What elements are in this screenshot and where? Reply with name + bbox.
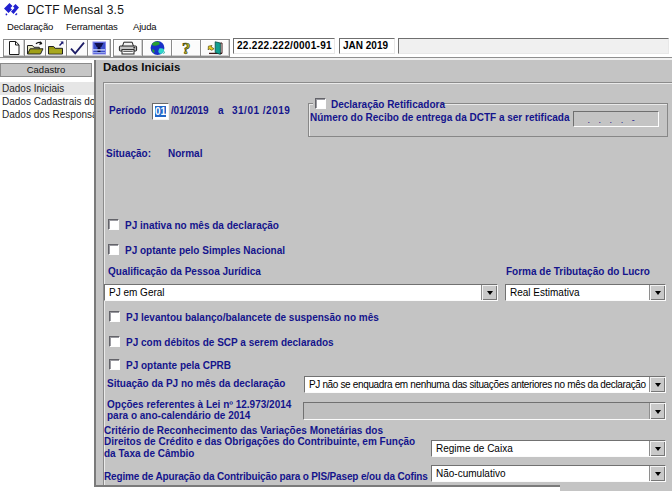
svg-text:?: ? xyxy=(182,40,191,56)
